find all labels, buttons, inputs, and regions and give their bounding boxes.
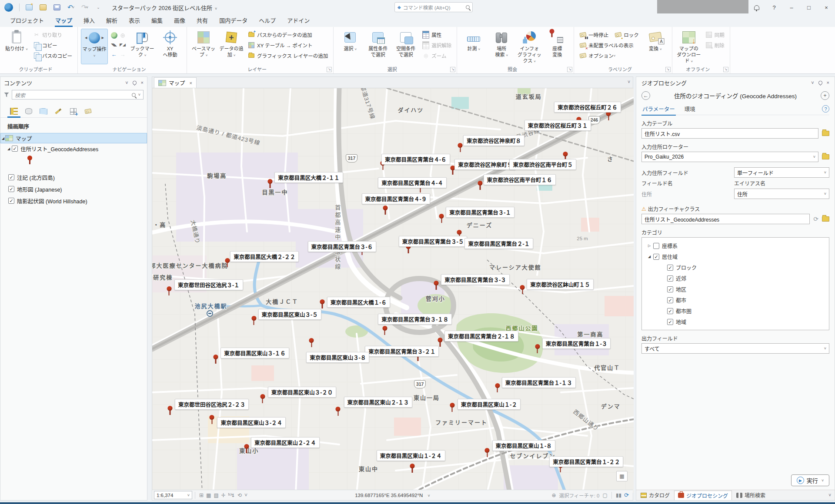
fixed-zoom-out-icon[interactable]: ◤◢	[120, 43, 126, 47]
measure-button[interactable]: 計測 ˅	[460, 29, 487, 64]
category-row[interactable]: ✓都市	[644, 295, 827, 305]
tab-catalog[interactable]: カタログ	[637, 491, 673, 500]
map-pin[interactable]	[434, 281, 439, 290]
chevron-down-icon[interactable]: ˅	[125, 80, 128, 85]
tab-parameters[interactable]: パラメーター	[641, 103, 676, 115]
group-dialog-launcher-icon[interactable]: ↘	[327, 67, 332, 72]
ribbon-tab-6[interactable]: 画像	[168, 14, 191, 27]
previous-extent-icon[interactable]: ←	[111, 51, 117, 58]
help-button[interactable]: ?	[765, 1, 783, 14]
table-tool-icon[interactable]: ▦	[206, 492, 211, 498]
add-data-from-path-button[interactable]: +パスからのデータの追加	[246, 30, 330, 40]
navigation-tools-cluster[interactable]: ◎◥◣◤◢←→	[110, 30, 127, 59]
chevron-down-icon[interactable]: ˅	[822, 478, 824, 483]
map-pin[interactable]	[606, 111, 611, 121]
coordinate-conversion-button[interactable]: 座標変換	[544, 29, 571, 64]
map-pin[interactable]	[320, 299, 324, 309]
map-pin[interactable]	[485, 448, 490, 458]
full-extent-icon[interactable]	[111, 32, 117, 39]
undo-button[interactable]: ↶˅	[66, 3, 76, 12]
close-panel-icon[interactable]: ×	[827, 80, 829, 85]
group-dialog-launcher-icon[interactable]: ↘	[723, 67, 728, 72]
bookmarks-button[interactable]: ブックマーク ˅	[129, 29, 156, 64]
layer-checkbox[interactable]: ✓	[8, 186, 14, 192]
locate-button[interactable]: 場所検索 ˅	[488, 29, 515, 64]
category-checkbox[interactable]: ✓	[667, 319, 673, 325]
xy-table-to-point-button[interactable]: XY テーブル → ポイント	[246, 40, 330, 50]
close-panel-icon[interactable]: ×	[141, 80, 144, 85]
layer-row-geocode-result[interactable]: ◢ ✓ 住所リスト_GeocodeAddresses	[0, 143, 147, 154]
map-pin[interactable]	[167, 406, 172, 415]
basemap-button[interactable]: ベースマップ ˅	[190, 29, 217, 64]
layer-checkbox[interactable]: ✓	[12, 146, 18, 152]
map-pin[interactable]	[244, 444, 249, 454]
expander-icon[interactable]: ◢	[1, 136, 5, 140]
map-pin[interactable]	[336, 407, 341, 416]
expander-icon[interactable]: ▷	[646, 244, 652, 248]
explore-button[interactable]: マップ操作 ˅	[81, 29, 108, 64]
browse-folder-icon[interactable]	[822, 154, 829, 159]
map-pin[interactable]	[439, 214, 444, 223]
category-row[interactable]: ✓地域	[644, 316, 827, 327]
close-view-icon[interactable]: ×	[190, 80, 192, 86]
go-to-xy-button[interactable]: XYへ移動	[157, 29, 184, 64]
input-table-field[interactable]: 住所リスト.csv	[641, 128, 818, 139]
ribbon-tab-2[interactable]: 挿入	[78, 14, 100, 27]
tab-list-by-snapping[interactable]	[66, 105, 80, 117]
category-checkbox[interactable]	[653, 243, 659, 249]
copy-button[interactable]: コピー	[31, 40, 74, 50]
chevron-down-icon[interactable]: ˅	[628, 80, 630, 84]
category-checkbox[interactable]: ✓	[667, 275, 673, 282]
ribbon-tab-4[interactable]: 表示	[123, 14, 146, 27]
scale-select[interactable]: 1:6,374 ˅	[154, 491, 192, 499]
ribbon-tab-7[interactable]: 共有	[191, 14, 214, 27]
close-button[interactable]: ×	[818, 1, 835, 14]
environment-override-icon[interactable]: ⟳	[813, 216, 818, 222]
chevron-down-icon[interactable]: ˅	[215, 7, 217, 11]
download-map-button[interactable]: マップのダウンロード ˅	[675, 29, 702, 64]
layer-row-topo[interactable]: ✓ 地形図 (Japanese)	[0, 184, 147, 194]
expander-icon[interactable]: ◢	[646, 255, 652, 259]
maximize-button[interactable]: □	[800, 1, 818, 14]
category-row[interactable]: ✓近郊	[644, 273, 827, 284]
tab-list-by-editing[interactable]	[51, 105, 66, 117]
category-checkbox[interactable]: ✓	[667, 297, 673, 303]
group-dialog-launcher-icon[interactable]: ↘	[665, 67, 671, 72]
browse-folder-icon[interactable]	[822, 131, 829, 136]
save-project-button[interactable]	[52, 3, 62, 12]
coordinates-readout[interactable]: 139.6877165°E 35.6495492°N ˅	[355, 493, 430, 498]
chevron-down-icon[interactable]: ˅	[138, 93, 140, 97]
output-feature-class-field[interactable]: 住所リスト_GeocodeAddresses	[641, 214, 810, 224]
crosshair-tool-icon[interactable]: ✛	[221, 492, 226, 498]
grid-tool-icon[interactable]: ⊞	[199, 492, 204, 498]
map-pin[interactable]	[383, 206, 387, 215]
category-row[interactable]: ✓地区	[644, 284, 827, 295]
expander-icon[interactable]: ◢	[7, 147, 11, 151]
convert-labels-button[interactable]: A変換 ˅	[642, 29, 669, 64]
tab-list-by-data-source[interactable]	[21, 105, 36, 117]
pause-drawing-icon[interactable]: ▮▮	[616, 492, 621, 498]
output-fields-select[interactable]: すべて˅	[641, 343, 829, 354]
notifications-button[interactable]	[748, 1, 765, 14]
ribbon-tab-3[interactable]: 解析	[100, 14, 123, 27]
category-row[interactable]: ✓都市圏	[644, 305, 827, 316]
group-dialog-launcher-icon[interactable]: ↘	[450, 67, 455, 72]
command-search-input[interactable]: ◆ コマンド検索 (Alt+Q)	[394, 2, 473, 12]
layer-checkbox[interactable]: ✓	[8, 174, 14, 180]
add-graphics-layer-button[interactable]: グラフィックス レイヤーの追加	[246, 50, 330, 61]
tab-environments[interactable]: 環境	[684, 103, 696, 115]
tab-locate[interactable]: 場所検索	[733, 491, 769, 500]
refresh-map-icon[interactable]: ⟳	[624, 492, 629, 498]
map-pin[interactable]	[410, 464, 414, 473]
pause-labeling-button[interactable]: ▮▮一時停止●ロック	[578, 30, 641, 40]
browse-folder-icon[interactable]	[822, 216, 829, 222]
minimize-button[interactable]: –	[783, 1, 800, 14]
map-pin[interactable]	[210, 415, 214, 424]
category-checkbox[interactable]: ✓	[667, 308, 673, 314]
pin-panel-icon[interactable]	[818, 80, 823, 86]
layer-row-hillshade[interactable]: ✓ 陰影起伏図 (World Hillshade)	[0, 196, 147, 206]
category-row[interactable]: ▷座標系	[644, 240, 827, 251]
layer-row-annotation[interactable]: ✓ 注記 (北方四島)	[0, 172, 147, 182]
category-checkbox[interactable]: ✓	[667, 286, 673, 292]
open-project-button[interactable]	[38, 3, 48, 12]
